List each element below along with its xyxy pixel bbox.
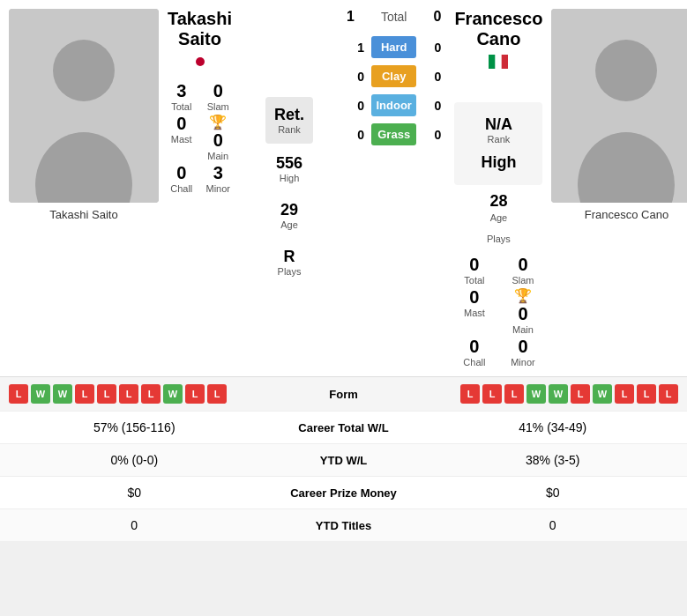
right-chall-label: Chall <box>463 357 485 367</box>
right-player-name: Francesco Cano <box>454 9 542 49</box>
left-slam-value: 0 <box>213 81 223 101</box>
left-chall-value: 0 <box>176 163 186 183</box>
right-mast-value: 0 <box>469 287 479 308</box>
right-player-info: Francesco Cano N/A Rank High 28 Age P <box>450 9 547 367</box>
right-total-surface: 0 <box>433 9 441 25</box>
left-minor: 3 Minor <box>205 163 233 194</box>
left-form-badge-l: L <box>185 384 205 404</box>
mid-rank-box: Ret. Rank <box>265 97 313 144</box>
svg-point-4 <box>196 57 205 66</box>
stats-right-0: 41% (34-49) <box>432 420 675 434</box>
stats-rows-container: 57% (156-116)Career Total W/L41% (34-49)… <box>0 411 687 541</box>
left-mast: 0 Mast <box>168 114 196 161</box>
right-player-name-sub: Francesco Cano <box>551 208 687 221</box>
right-main-value: 0 <box>518 304 527 324</box>
grass-right: 0 <box>423 128 441 142</box>
surface-grass-row: 0 Grass 0 <box>347 121 441 148</box>
left-form-badges: LWWLLLLWLL <box>9 384 291 404</box>
form-label: Form <box>300 388 388 401</box>
mid-age-box: 29 Age <box>241 194 338 237</box>
right-total-label: Total <box>464 275 484 286</box>
left-main-label: Main <box>207 151 228 161</box>
right-flag-icon <box>489 55 508 69</box>
clay-badge: Clay <box>371 65 416 87</box>
right-form-badge-l: L <box>460 384 480 404</box>
left-form-badge-w: W <box>31 384 50 404</box>
right-rank-box: N/A Rank High <box>454 102 542 185</box>
stats-right-1: 38% (3-5) <box>432 453 675 467</box>
indoor-right: 0 <box>423 99 441 113</box>
surface-clay-row: 0 Clay 0 <box>347 63 441 90</box>
left-form-badge-l: L <box>207 384 227 404</box>
left-form-badge-l: L <box>9 384 28 404</box>
right-form-badge-w: W <box>526 384 546 404</box>
left-player-name: Takashi Saito <box>168 9 232 49</box>
main-container: Takashi Saito Takashi Saito 3 Total 0 Sl… <box>0 0 687 541</box>
stats-left-0: 57% (156-116) <box>13 420 256 434</box>
right-age-label: Age <box>490 212 508 223</box>
right-minor-label: Minor <box>511 357 535 367</box>
right-chall-value: 0 <box>469 337 479 357</box>
indoor-badge: Indoor <box>371 94 416 116</box>
svg-point-1 <box>53 40 115 101</box>
left-total-surface: 1 <box>347 9 355 25</box>
mid-age-label: Age <box>280 219 298 230</box>
right-high-value: High <box>481 153 516 172</box>
right-form-badge-l: L <box>504 384 524 404</box>
left-form-badge-l: L <box>119 384 138 404</box>
left-main-value: 0 <box>213 130 223 151</box>
stats-left-2: $0 <box>13 486 256 500</box>
svg-rect-7 <box>502 55 508 69</box>
right-slam: 0 Slam <box>503 255 542 286</box>
right-age-value: 28 <box>489 192 507 211</box>
mid-high-value: 556 <box>276 154 302 173</box>
surface-section: 1 Total 0 1 Hard 0 0 Clay 0 0 Indoor 0 0 <box>342 9 445 367</box>
right-form-badge-l: L <box>659 384 678 404</box>
right-form-badge-w: W <box>593 384 612 404</box>
form-section: LWWLLLLWLL Form LLLWWLWLLL <box>0 376 687 411</box>
stats-left-3: 0 <box>13 518 256 532</box>
mid-rank-label: Rank <box>278 124 301 135</box>
right-form-badge-l: L <box>571 384 590 404</box>
stats-row-2: $0Career Prize Money$0 <box>0 476 687 508</box>
left-chall-label: Chall <box>170 183 192 194</box>
mid-age-value: 29 <box>280 201 298 219</box>
right-slam-label: Slam <box>512 275 534 286</box>
left-total-value: 3 <box>176 81 186 101</box>
left-mast-label: Mast <box>171 134 192 145</box>
left-slam: 0 Slam <box>205 81 233 112</box>
left-minor-label: Minor <box>205 183 230 194</box>
grass-badge: Grass <box>371 123 416 145</box>
right-form-badge-w: W <box>549 384 568 404</box>
hard-badge: Hard <box>371 36 416 58</box>
player-section: Takashi Saito Takashi Saito 3 Total 0 Sl… <box>0 0 687 376</box>
left-player-name-sub: Takashi Saito <box>9 208 159 221</box>
right-trophy-icon: 🏆 <box>514 287 532 304</box>
clay-right: 0 <box>423 70 441 84</box>
stats-mid-2: Career Prize Money <box>256 486 432 500</box>
mid-plays-label: Plays <box>278 266 302 277</box>
left-form-badge-l: L <box>75 384 94 404</box>
surface-hard-row: 1 Hard 0 <box>347 33 441 61</box>
left-form-badge-w: W <box>163 384 183 404</box>
middle-stats: Ret. Rank 556 High 29 Age R Plays <box>241 9 338 367</box>
right-main: 🏆 0 Main <box>503 287 542 335</box>
stats-left-1: 0% (0-0) <box>13 453 256 467</box>
left-minor-value: 3 <box>213 163 223 183</box>
stats-right-3: 0 <box>432 518 675 532</box>
right-plays-label: Plays <box>487 234 511 244</box>
right-stats-grid: 0 Total 0 Slam 0 Mast 🏆 0 Main 0 <box>454 255 542 367</box>
stats-row-3: 0YTD Titles0 <box>0 508 687 541</box>
left-stats-grid: 3 Total 0 Slam 0 Mast 🏆 0 Main 0 <box>168 81 232 194</box>
right-minor: 0 Minor <box>503 337 542 367</box>
right-form-badge-l: L <box>615 384 634 404</box>
left-main: 🏆 0 Main <box>205 114 233 161</box>
mid-rank-value: Ret. <box>274 106 304 124</box>
stats-row-1: 0% (0-0)YTD W/L38% (3-5) <box>0 443 687 476</box>
right-player-photo: Francesco Cano <box>551 9 687 367</box>
mid-high-box: 556 High <box>241 147 338 190</box>
left-trophy-icon: 🏆 <box>209 114 227 130</box>
total-label: Total <box>381 10 407 24</box>
right-form-badge-l: L <box>482 384 502 404</box>
right-main-label: Main <box>512 324 534 335</box>
